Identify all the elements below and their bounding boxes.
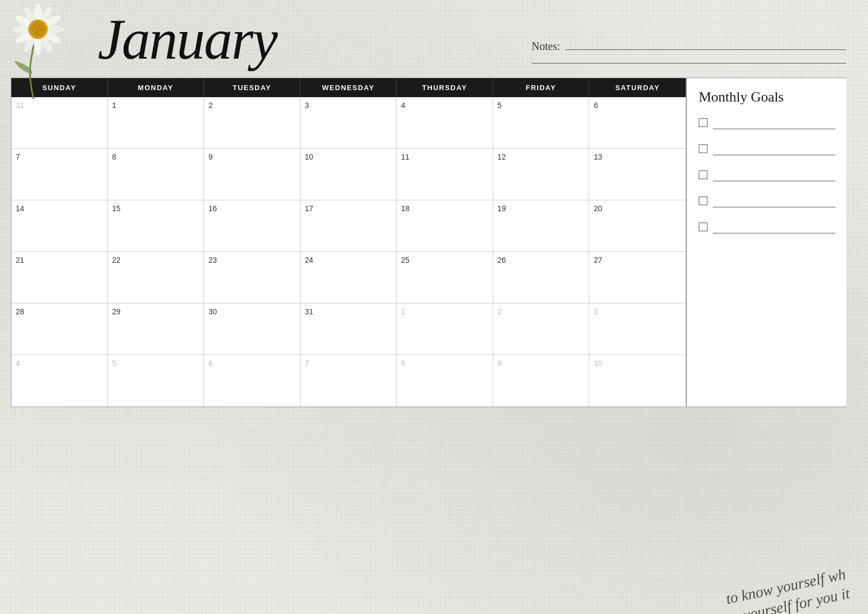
day-number: 20 bbox=[593, 204, 602, 213]
goal-checkbox[interactable] bbox=[699, 170, 707, 179]
calendar-cell[interactable]: 4 bbox=[397, 97, 493, 149]
calendar-cell[interactable]: 3 bbox=[589, 303, 686, 355]
notes-label: Notes: bbox=[532, 40, 560, 53]
goal-input-line[interactable] bbox=[713, 197, 835, 207]
goal-input-line[interactable] bbox=[713, 118, 835, 129]
day-number: 3 bbox=[305, 101, 309, 110]
calendar-cell[interactable]: 1 bbox=[108, 97, 205, 149]
calendar-header-cell: FRIDAY bbox=[493, 78, 590, 97]
day-number: 13 bbox=[593, 153, 602, 161]
notes-line-2[interactable] bbox=[532, 59, 846, 64]
svg-point-18 bbox=[37, 28, 39, 30]
day-number: 14 bbox=[16, 204, 24, 213]
day-number: 27 bbox=[593, 256, 602, 264]
goal-item[interactable] bbox=[699, 223, 835, 233]
calendar-cell[interactable]: 29 bbox=[108, 303, 205, 355]
calendar-cell[interactable]: 23 bbox=[204, 252, 301, 303]
calendar-cell[interactable]: 1 bbox=[397, 303, 493, 355]
goal-item[interactable] bbox=[699, 144, 835, 155]
goal-item[interactable] bbox=[699, 118, 835, 129]
calendar-cell[interactable]: 2 bbox=[493, 303, 590, 355]
svg-point-15 bbox=[39, 24, 41, 27]
day-number: 29 bbox=[112, 307, 121, 316]
calendar-cell[interactable]: 17 bbox=[301, 200, 397, 252]
bottom-quote: to know yourself wh yourself for you it bbox=[724, 565, 852, 614]
calendar-cell[interactable]: 4 bbox=[11, 355, 108, 407]
calendar-cell[interactable]: 20 bbox=[589, 200, 686, 252]
calendar-cell[interactable]: 5 bbox=[108, 355, 205, 407]
calendar-cell[interactable]: 16 bbox=[204, 200, 301, 252]
calendar-cell[interactable]: 26 bbox=[493, 252, 590, 303]
goal-item[interactable] bbox=[699, 170, 835, 181]
calendar-cell[interactable]: 25 bbox=[397, 252, 493, 303]
goal-input-line[interactable] bbox=[713, 223, 835, 233]
calendar-cell[interactable]: 10 bbox=[589, 355, 686, 407]
notes-area: Notes: bbox=[532, 37, 846, 68]
main-content: SUNDAYMONDAYTUESDAYWEDNESDAYTHURSDAYFRID… bbox=[11, 78, 846, 407]
day-number: 8 bbox=[401, 359, 405, 368]
day-number: 7 bbox=[305, 359, 309, 368]
day-number: 4 bbox=[16, 359, 20, 368]
goal-item[interactable] bbox=[699, 197, 835, 207]
calendar-cell[interactable]: 30 bbox=[204, 303, 301, 355]
calendar-cell[interactable]: 9 bbox=[493, 355, 590, 407]
calendar-cell[interactable]: 9 bbox=[204, 149, 301, 200]
calendar-cell[interactable]: 5 bbox=[493, 97, 590, 149]
calendar-cell[interactable]: 22 bbox=[108, 252, 205, 303]
calendar-cell[interactable]: 15 bbox=[108, 200, 205, 252]
calendar-cell[interactable]: 7 bbox=[301, 355, 397, 407]
calendar-cell[interactable]: 27 bbox=[589, 252, 686, 303]
calendar-cell[interactable]: 21 bbox=[11, 252, 108, 303]
calendar-cell[interactable]: 12 bbox=[493, 149, 590, 200]
calendar-cell[interactable]: 7 bbox=[11, 149, 108, 200]
goal-checkbox[interactable] bbox=[699, 118, 707, 127]
day-number: 2 bbox=[497, 307, 502, 316]
calendar-body: 3112345678910111213141516171819202122232… bbox=[11, 97, 686, 407]
goal-checkbox[interactable] bbox=[699, 223, 707, 231]
calendar-header-cell: MONDAY bbox=[108, 78, 205, 97]
calendar-cell[interactable]: 24 bbox=[301, 252, 397, 303]
day-number: 1 bbox=[401, 307, 405, 316]
day-number: 16 bbox=[208, 204, 217, 213]
day-number: 26 bbox=[497, 256, 506, 264]
notes-line-1[interactable] bbox=[565, 37, 846, 50]
calendar-cell[interactable]: 31 bbox=[301, 303, 397, 355]
calendar-cell[interactable]: 28 bbox=[11, 303, 108, 355]
calendar-header-cell: SATURDAY bbox=[589, 78, 686, 97]
goal-input-line[interactable] bbox=[713, 170, 835, 181]
day-number: 15 bbox=[112, 204, 121, 213]
day-number: 6 bbox=[593, 101, 598, 110]
calendar-cell[interactable]: 6 bbox=[204, 355, 301, 407]
day-number: 17 bbox=[305, 204, 314, 213]
day-number: 19 bbox=[497, 204, 506, 213]
goal-input-line[interactable] bbox=[713, 144, 835, 155]
day-number: 21 bbox=[16, 256, 24, 264]
calendar-cell[interactable]: 19 bbox=[493, 200, 590, 252]
notes-label-row: Notes: bbox=[532, 37, 846, 53]
header: January Notes: bbox=[11, 11, 846, 68]
day-number: 11 bbox=[401, 153, 410, 161]
calendar-cell[interactable]: 10 bbox=[301, 149, 397, 200]
day-number: 9 bbox=[497, 359, 502, 368]
calendar-cell[interactable]: 18 bbox=[397, 200, 493, 252]
svg-point-17 bbox=[36, 31, 38, 34]
day-number: 5 bbox=[112, 359, 117, 368]
day-number: 1 bbox=[112, 101, 117, 110]
sidebar: Monthly Goals bbox=[686, 78, 846, 407]
calendar-cell[interactable]: 6 bbox=[589, 97, 686, 149]
day-number: 2 bbox=[208, 101, 213, 110]
day-number: 22 bbox=[112, 256, 121, 264]
calendar-cell[interactable]: 8 bbox=[108, 149, 205, 200]
goal-checkbox[interactable] bbox=[699, 144, 707, 153]
day-number: 5 bbox=[497, 101, 502, 110]
calendar-cell[interactable]: 8 bbox=[397, 355, 493, 407]
month-title: January bbox=[98, 11, 277, 68]
calendar-cell[interactable]: 2 bbox=[204, 97, 301, 149]
svg-point-16 bbox=[41, 29, 43, 31]
calendar-cell[interactable]: 11 bbox=[397, 149, 493, 200]
calendar-cell[interactable]: 3 bbox=[301, 97, 397, 149]
goals-container bbox=[699, 118, 835, 249]
calendar-cell[interactable]: 13 bbox=[589, 149, 686, 200]
calendar-cell[interactable]: 14 bbox=[11, 200, 108, 252]
goal-checkbox[interactable] bbox=[699, 197, 707, 205]
